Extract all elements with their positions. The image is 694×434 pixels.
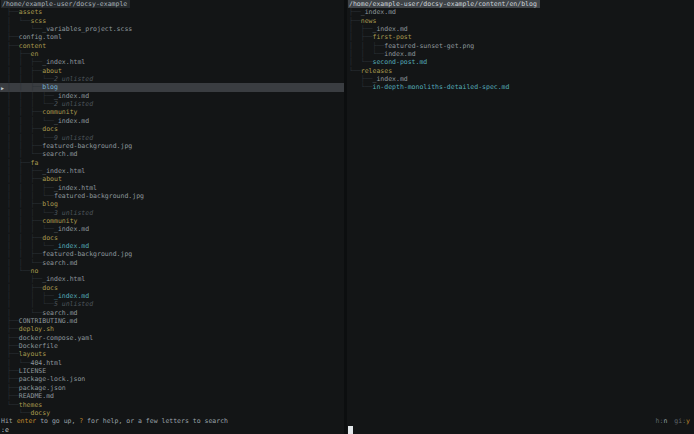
tree-file-label: package.json [19,384,66,392]
left-panel: /home/example-user/docsy-example ├──asse… [0,0,344,417]
status-key-hint: enter [17,417,37,425]
tree-row[interactable]: ├──README.md [0,392,344,400]
tree-file-label: _index.md [54,292,89,300]
tree-row[interactable]: ├──config.toml [0,33,344,41]
tree-row[interactable]: │ │ ├──featured-sunset-get.png [347,42,694,50]
tree-row[interactable]: │ │ └──5 unlisted [0,300,344,308]
tree-row[interactable]: │ │ │ └──_index.md [0,117,344,125]
tree-branch-lines: ├── [349,8,361,16]
tree-row[interactable]: │ │ │ ├──_index.md [0,92,344,100]
flag-value: n [663,417,667,425]
tree-branch-lines: │ │ ├── [7,167,42,175]
tree-file-label: second-post.md [372,58,427,66]
tree-row[interactable]: │ │ └──search.md [0,150,344,158]
tree-row[interactable]: │ │ ├──docs [0,125,344,133]
tree-file-label: _index.md [54,92,89,100]
tree-row[interactable]: │ ├──docs [0,284,344,292]
tree-branch-lines: ├── [7,392,19,400]
tree-branch-lines: │ ├── [7,50,30,58]
tree-file-label: deploy.sh [19,325,54,333]
tree-dir-label: en [30,50,38,58]
tree-row[interactable]: │ └──search.md [0,309,344,317]
tree-row[interactable]: │ └──scss [0,17,344,25]
tree-file-label: _variables_project.scss [42,25,132,33]
status-bar: Hit enter to go up, ? for help, or a few… [0,417,694,425]
input-cursor[interactable] [348,426,353,434]
tree-branch-lines: │ └── [7,25,42,33]
tree-row[interactable]: └──docsy [0,409,344,417]
tree-file-label: _index.md [54,242,89,250]
tree-branch-lines: │ │ ├── [7,67,42,75]
tree-row[interactable]: │ │ ├──featured-background.jpg [0,142,344,150]
tree-row[interactable]: │ ├──fa [0,159,344,167]
tree-dir-label: themes [19,401,42,409]
tree-row[interactable]: │ │ ├──_index.html [0,167,344,175]
tree-row[interactable]: │ │ ├──blog▶ [0,83,344,91]
tree-row[interactable]: ├──docker-compose.yaml [0,334,344,342]
flag: gi:y [674,417,690,425]
tree-branch-lines: ├── [7,367,19,375]
tree-row[interactable]: │ │ └──search.md [0,259,344,267]
tree-branch-lines: ├── [349,17,361,25]
tree-row[interactable]: │ │ ├──_index.html [0,58,344,66]
left-panel-input[interactable]: :e [1,426,9,434]
tree-row[interactable]: │ │ ├──about [0,67,344,75]
tree-row[interactable]: │ │ │ └──3 unlisted [0,209,344,217]
tree-row[interactable]: ├──Dockerfile [0,342,344,350]
tree-row[interactable]: ├──content [0,42,344,50]
tree-row[interactable]: │ │ │ ├──_index.html [0,184,344,192]
tree-branch-lines: │ │ │ └── [7,117,54,125]
tree-file-label: package-lock.json [19,375,86,383]
tree-row[interactable]: ├──_index.md [347,8,694,16]
tree-row[interactable]: │ ├──_index.html [0,275,344,283]
tree-row[interactable]: │ │ │ └──9 unlisted [0,134,344,142]
tree-file-label: search.md [42,309,77,317]
tree-row[interactable]: │ └──404.html [0,359,344,367]
tree-file-label: featured-background.jpg [42,142,132,150]
tree-branch-lines: │ │ ├── [7,142,42,150]
tree-unlisted-label: 5 unlisted [54,300,93,308]
flag: h:n [656,417,668,425]
tree-branch-lines: │ │ │ └── [7,225,54,233]
tree-row[interactable]: └──in-depth-monoliths-detailed-spec.md [347,83,694,91]
tree-dir-label: community [42,217,77,225]
tree-row[interactable]: └──releases [347,67,694,75]
tree-row[interactable]: ├──news [347,17,694,25]
tree-dir-label: blog [42,200,58,208]
tree-row[interactable]: │ │ ├──docs [0,234,344,242]
tree-row[interactable]: │ │ ├──featured-background.jpg [0,250,344,258]
tree-dir-label: docs [42,284,58,292]
tree-row[interactable]: │ │ ├──blog [0,200,344,208]
tree-dir-label: blog [42,83,58,91]
tree-dir-label: about [42,175,62,183]
tree-row[interactable]: ├──layouts [0,350,344,358]
tree-branch-lines: ├── [7,350,19,358]
tree-row[interactable]: └──themes [0,401,344,409]
tree-branch-lines: │ │ │ └── [7,75,54,83]
broot-terminal: /home/example-user/docsy-example ├──asse… [0,0,694,434]
tree-file-label: search.md [42,259,77,267]
tree-dir-label: layouts [19,350,46,358]
tree-branch-lines: ├── [7,384,19,392]
tree-unlisted-label: 2 unlisted [54,100,93,108]
tree-row[interactable]: ├──package-lock.json [0,375,344,383]
tree-row[interactable]: │ ├──first-post [347,33,694,41]
tree-file-label: LICENSE [19,367,46,375]
tree-branch-lines: │ │ ├── [7,217,42,225]
tree-row[interactable]: ├──assets [0,8,344,16]
tree-branch-lines: ├── [7,317,19,325]
tree-row[interactable]: │ │ ├──about [0,175,344,183]
tree-branch-lines: │ │ │ └── [7,242,54,250]
tree-branch-lines: │ ├── [7,275,42,283]
tree-row[interactable]: │ └──second-post.md [347,58,694,66]
tree-row[interactable]: ├──package.json [0,384,344,392]
tree-dir-label: news [361,17,377,25]
tree-row[interactable]: │ │ ├──community [0,108,344,116]
tree-branch-lines: │ │ ├── [7,250,42,258]
tree-row[interactable]: │ │ │ └──_index.md [0,225,344,233]
tree-row[interactable]: │ │ │ └──featured-background.jpg [0,192,344,200]
tree-branch-lines: │ │ │ └── [7,192,54,200]
tree-row[interactable]: ├──deploy.sh [0,325,344,333]
tree-file-label: _index.html [42,58,85,66]
tree-dir-label: scss [30,17,46,25]
